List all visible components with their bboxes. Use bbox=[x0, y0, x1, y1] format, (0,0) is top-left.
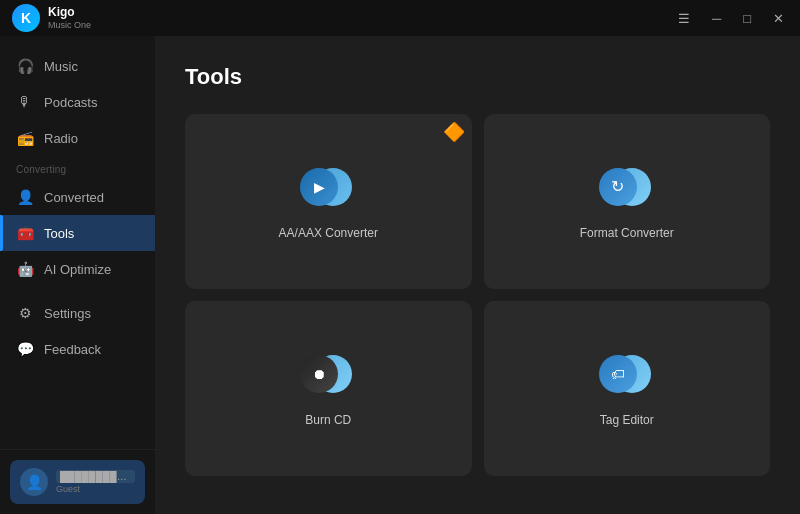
app-logo: K bbox=[12, 4, 40, 32]
sidebar: 🎧 Music 🎙 Podcasts 📻 Radio Converting 👤 … bbox=[0, 36, 155, 514]
app-subtitle: Music One bbox=[48, 20, 91, 31]
maximize-button[interactable]: □ bbox=[739, 10, 755, 27]
tool-label-aa-aax: AA/AAX Converter bbox=[279, 226, 378, 240]
user-email: ████████████ bbox=[56, 470, 135, 483]
headphones-icon: 🎧 bbox=[16, 57, 34, 75]
app-branding: K Kigo Music One bbox=[12, 4, 91, 32]
sidebar-item-tools[interactable]: 🧰 Tools bbox=[0, 215, 155, 251]
page-title: Tools bbox=[185, 64, 770, 90]
burn-cd-icon-container: ⏺ bbox=[300, 351, 356, 399]
sidebar-item-converted[interactable]: 👤 Converted bbox=[0, 179, 155, 215]
aa-aax-icon-container: ▶ bbox=[300, 164, 356, 212]
tools-icon: 🧰 bbox=[16, 224, 34, 242]
tool-label-format: Format Converter bbox=[580, 226, 674, 240]
minimize-button[interactable]: ─ bbox=[708, 10, 725, 27]
converted-icon: 👤 bbox=[16, 188, 34, 206]
tool-card-burn-cd[interactable]: ⏺ Burn CD bbox=[185, 301, 472, 476]
sidebar-nav: 🎧 Music 🎙 Podcasts 📻 Radio Converting 👤 … bbox=[0, 44, 155, 449]
tool-label-tag-editor: Tag Editor bbox=[600, 413, 654, 427]
user-avatar: 👤 bbox=[20, 468, 48, 496]
sidebar-label-feedback: Feedback bbox=[44, 342, 101, 357]
user-info: ████████████ Guest bbox=[56, 470, 135, 494]
sidebar-label-podcasts: Podcasts bbox=[44, 95, 97, 110]
tool-card-aa-aax-converter[interactable]: 🔶 ▶ AA/AAX Converter bbox=[185, 114, 472, 289]
sidebar-item-ai-optimize[interactable]: 🤖 AI Optimize bbox=[0, 251, 155, 287]
sidebar-item-music[interactable]: 🎧 Music bbox=[0, 48, 155, 84]
feedback-icon: 💬 bbox=[16, 340, 34, 358]
new-badge: 🔶 bbox=[436, 114, 472, 150]
icon-circle-front-2: ↻ bbox=[599, 168, 637, 206]
converting-section-label: Converting bbox=[0, 156, 155, 179]
titlebar: K Kigo Music One ☰ ─ □ ✕ bbox=[0, 0, 800, 36]
format-icon-container: ↻ bbox=[599, 164, 655, 212]
disc-icon: ⏺ bbox=[312, 366, 326, 382]
sidebar-item-settings[interactable]: ⚙ Settings bbox=[0, 295, 155, 331]
sidebar-label-ai-optimize: AI Optimize bbox=[44, 262, 111, 277]
menu-button[interactable]: ☰ bbox=[674, 10, 694, 27]
sidebar-item-feedback[interactable]: 💬 Feedback bbox=[0, 331, 155, 367]
window-controls: ☰ ─ □ ✕ bbox=[674, 10, 788, 27]
main-content: Tools 🔶 ▶ AA/AAX Converter ↻ bbox=[155, 36, 800, 514]
tag-icon: 🏷 bbox=[611, 366, 625, 382]
radio-icon: 📻 bbox=[16, 129, 34, 147]
ai-icon: 🤖 bbox=[16, 260, 34, 278]
sidebar-item-radio[interactable]: 📻 Radio bbox=[0, 120, 155, 156]
app-body: 🎧 Music 🎙 Podcasts 📻 Radio Converting 👤 … bbox=[0, 36, 800, 514]
app-name: Kigo bbox=[48, 5, 91, 19]
refresh-icon: ↻ bbox=[611, 177, 624, 196]
tool-card-tag-editor[interactable]: 🏷 Tag Editor bbox=[484, 301, 771, 476]
icon-circle-front-3: ⏺ bbox=[300, 355, 338, 393]
tool-label-burn-cd: Burn CD bbox=[305, 413, 351, 427]
play-icon: ▶ bbox=[314, 179, 325, 195]
sidebar-footer: 👤 ████████████ Guest bbox=[0, 449, 155, 514]
tool-card-format-converter[interactable]: ↻ Format Converter bbox=[484, 114, 771, 289]
sidebar-label-radio: Radio bbox=[44, 131, 78, 146]
settings-icon: ⚙ bbox=[16, 304, 34, 322]
icon-circle-front: ▶ bbox=[300, 168, 338, 206]
sidebar-item-podcasts[interactable]: 🎙 Podcasts bbox=[0, 84, 155, 120]
sidebar-label-converted: Converted bbox=[44, 190, 104, 205]
sidebar-label-settings: Settings bbox=[44, 306, 91, 321]
close-button[interactable]: ✕ bbox=[769, 10, 788, 27]
app-name-block: Kigo Music One bbox=[48, 5, 91, 30]
sidebar-label-music: Music bbox=[44, 59, 78, 74]
podcast-icon: 🎙 bbox=[16, 93, 34, 111]
icon-circle-front-4: 🏷 bbox=[599, 355, 637, 393]
user-card[interactable]: 👤 ████████████ Guest bbox=[10, 460, 145, 504]
sidebar-label-tools: Tools bbox=[44, 226, 74, 241]
tag-editor-icon-container: 🏷 bbox=[599, 351, 655, 399]
user-plan: Guest bbox=[56, 484, 135, 494]
tools-grid: 🔶 ▶ AA/AAX Converter ↻ Format Conve bbox=[185, 114, 770, 476]
